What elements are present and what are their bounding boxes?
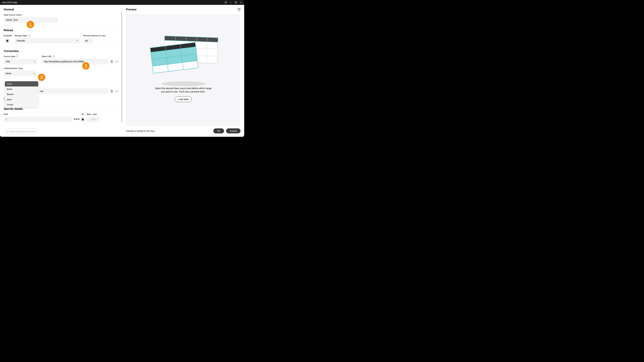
info-icon[interactable]: i (53, 55, 55, 57)
callout-2: 2 (82, 62, 90, 69)
dropdown-item-none[interactable]: None (5, 81, 38, 86)
code-icon[interactable] (115, 60, 118, 63)
reload-interval-label: Reload Interval (in sec) (83, 34, 106, 37)
callout-1: 1 (27, 21, 34, 28)
lock-icon (6, 130, 8, 133)
window-title: Add JSON data (2, 1, 17, 4)
path-label: Path (4, 113, 72, 115)
preview-heading: Preview (126, 8, 136, 11)
svg-rect-3 (235, 2, 237, 3)
all-checkbox[interactable] (81, 118, 84, 121)
base-url-label: Base URL i (42, 55, 118, 58)
data-source-name-label: Data source name (4, 13, 118, 16)
refresh-icon[interactable] (237, 8, 240, 11)
enabled-checkbox[interactable] (6, 39, 9, 42)
connection-heading: Connection (4, 49, 118, 53)
titlebar: Add JSON data (0, 0, 244, 5)
base-url-input[interactable]: http://templates.peakboard.rocks:8888 (42, 59, 108, 64)
reload-state-label: Reload state i (15, 34, 80, 37)
left-pane: General Data source name JSON_Test Reloa… (0, 5, 122, 137)
dropdown-item-basic[interactable]: Basic (5, 86, 38, 92)
auth-type-dropdown: None Basic Bearer abas OAuth (5, 81, 38, 107)
dropdown-item-oauth[interactable]: OAuth (5, 102, 38, 107)
chevron-down-icon (33, 72, 35, 74)
reload-heading: Reload (4, 29, 118, 32)
preview-illustration (153, 38, 214, 82)
preview-hint: Select the desired data source and defin… (155, 87, 212, 93)
source-type-select[interactable]: URL (4, 59, 37, 64)
code-icon[interactable] (115, 89, 118, 93)
preview-box: Select the desired data source and defin… (126, 14, 240, 126)
divider (4, 26, 118, 26)
svg-rect-7 (6, 131, 8, 132)
chevron-down-icon (76, 40, 78, 42)
info-icon[interactable]: i (28, 34, 30, 36)
chevron-down-icon (33, 60, 35, 62)
reload-state-select[interactable]: Periodic (15, 38, 80, 43)
auth-type-label: Authentication Type (4, 67, 118, 69)
dropdown-item-abas[interactable]: abas (5, 97, 38, 102)
trash-icon[interactable] (110, 89, 113, 93)
source-type-label: Source type i (4, 55, 37, 58)
reload-interval-input[interactable]: 90 (83, 38, 93, 43)
scrollbar[interactable] (121, 11, 122, 122)
preview-pane: Preview (122, 5, 244, 137)
trash-icon[interactable] (110, 60, 113, 63)
minimize-icon[interactable] (230, 1, 232, 4)
max-rows-label: Max. rows (87, 113, 99, 115)
specify-heading: Specify details (4, 107, 118, 111)
cancel-button[interactable]: Cancel (226, 128, 240, 133)
more-icon[interactable]: ooo (75, 117, 78, 121)
maximize-icon[interactable] (234, 1, 237, 4)
load-data-button[interactable]: Load data (175, 96, 192, 102)
enabled-label: Enabled (4, 34, 12, 37)
info-icon[interactable]: i (16, 55, 18, 57)
general-heading: General (4, 8, 118, 11)
all-label: All (81, 113, 84, 115)
ok-button[interactable]: OK (213, 128, 224, 133)
callout-3: 3 (38, 73, 45, 81)
auth-type-select[interactable]: None (4, 70, 37, 76)
svg-rect-4 (235, 2, 236, 3)
svg-point-1 (226, 3, 226, 3)
divider (4, 46, 118, 47)
dropdown-item-bearer[interactable]: Bearer (5, 92, 38, 97)
reuse-connection-button[interactable]: Reuse existing connection (4, 129, 37, 134)
preview-limit-note: Preview is limited to 50 rows (126, 130, 154, 132)
max-rows-input[interactable]: 1000 (87, 116, 99, 122)
hidden-url-input[interactable]: ew (38, 88, 108, 94)
path-input[interactable]: / (4, 116, 72, 122)
help-icon[interactable] (224, 1, 227, 4)
close-icon[interactable] (240, 1, 242, 4)
